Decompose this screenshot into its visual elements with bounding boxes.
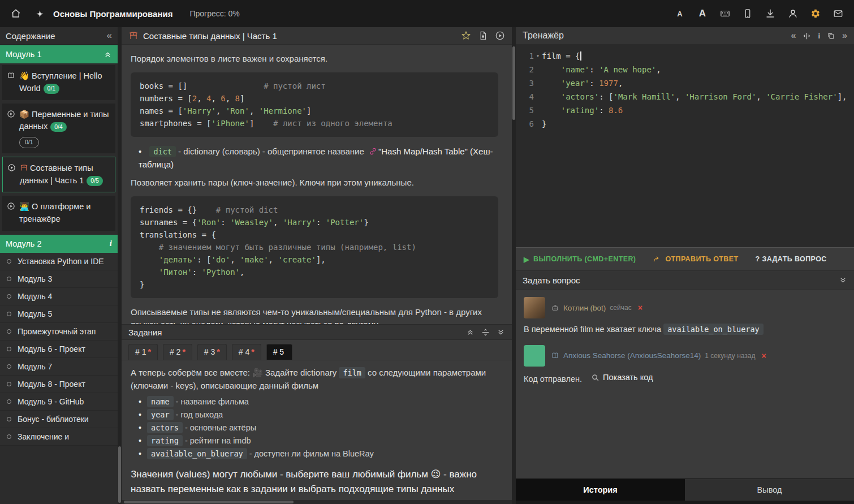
run-button[interactable]: ▶ВЫПОЛНИТЬ (CMD+ENTER) [524,255,636,264]
sidebar-item-intermediate[interactable]: Промежуточный этап [0,323,118,341]
task-tab-5[interactable]: # 5 [266,344,292,360]
task-bullet: available_on_blueray - доступен ли фильм… [139,449,503,458]
code-block-dicts: friends = {} # пустой dictsurnames = {'R… [131,196,498,298]
home-icon[interactable] [10,8,21,19]
sidebar-item-conclusion[interactable]: Заключение и [0,428,118,446]
code-editor[interactable]: 1▾film = {2 'name': 'A new hope',3 'year… [516,45,854,247]
task-tab-4[interactable]: # 4* [232,344,261,360]
download-icon[interactable] [765,8,776,19]
lesson-label: Составные типы данных | Часть 10/5 [20,162,110,187]
progress-label: Прогресс: 0% [189,9,239,18]
task-tab-1[interactable]: # 1* [128,344,158,360]
book-icon [7,71,15,80]
trainer-header-icons: « i » [791,31,847,41]
sidebar-lesson-platform[interactable]: 👨‍💻 О платформе и тренажёре [2,196,115,231]
split-vertical-icon[interactable] [481,328,490,337]
sidebar-lesson-variables[interactable]: 📦 Переменные и типы данных0/4 0/1 [2,104,115,153]
delete-message-icon[interactable]: × [638,303,642,312]
chat-message-bot: Котлин (bot) сейчас × В переменной film … [524,297,846,336]
course-title: Основы Программирования [53,9,172,19]
task-tab-2[interactable]: # 2* [163,344,192,360]
lesson-title-row: Составные типы данных | Часть 1 [128,31,277,41]
submit-answer-button[interactable]: ОТПРАВИТЬ ОТВЕТ [653,255,738,264]
sidebar-item-module-6[interactable]: Модуль 6 - Проект [0,341,118,358]
sidebar-item-module-8[interactable]: Модуль 8 - Проект [0,376,118,393]
keyboard-icon[interactable] [719,8,731,19]
tasks-title: Задания [128,328,162,337]
message-body: Код отправлен.Показать код [524,372,846,386]
sidebar-item-module-7[interactable]: Модуль 7 [0,358,118,376]
circle-icon [6,398,12,405]
task-body: А теперь соберём все вместе: 🎥 Задайте d… [122,360,512,500]
task-outro: Значения (values) могут любыми - выберит… [131,467,503,497]
settings-icon[interactable] [810,8,821,19]
sidebar-module-2[interactable]: Модуль 2 i [0,235,118,253]
task-tab-3[interactable]: # 3* [197,344,227,360]
submit-arrow-icon [653,255,661,264]
collapse-left-icon[interactable]: « [791,31,796,41]
collapse-right-icon[interactable]: » [842,31,847,41]
dict-chip: dict [149,146,176,157]
info-icon[interactable]: i [818,32,820,40]
task-bullet: rating - рейтинг на imdb [139,436,503,445]
font-decrease-icon[interactable]: A [674,8,685,19]
play-video-icon[interactable] [495,31,505,41]
book-icon [551,351,559,360]
sidebar-lesson-intro[interactable]: 👋 Вступление | Hello World0/1 [2,65,115,100]
link-icon [369,147,377,156]
lesson-badge: 0/4 [50,122,67,132]
split-horizontal-icon[interactable] [803,32,811,40]
favorite-star-icon[interactable] [461,31,471,41]
message-body: В переменной film не хватает ключа avail… [524,324,846,336]
user-icon[interactable] [787,8,799,19]
horizontal-scrollbar[interactable] [122,500,512,504]
sidebar-item-module-5[interactable]: Модуль 5 [0,305,118,323]
task-bullet: actors - основные актёры [139,423,503,432]
lesson-scrollbar[interactable] [512,27,516,504]
play-circle-icon [7,110,15,118]
module-1-label: Модуль 1 [6,50,42,59]
code-block-lists: books = [] # пустой листnumbers = [2, 4,… [131,72,498,137]
circle-icon [6,311,12,317]
chat-history: Котлин (bot) сейчас × В переменной film … [516,290,854,479]
sidebar-item-module-4[interactable]: Модуль 4 [0,288,118,305]
ask-question-button[interactable]: ? ЗАДАТЬ ВОПРОС [756,255,827,263]
chat-message-user: Anxious Seahorse (AnxiousSeahorse14) 1 с… [524,345,846,386]
collapse-up-icon[interactable] [466,328,475,337]
circle-icon [6,416,12,423]
bot-avatar [524,297,545,318]
sidebar: Содержание « Модуль 1 👋 Вступление | Hel… [0,27,118,504]
sidebar-module-1[interactable]: Модуль 1 [0,45,118,63]
trainer-bottom-tabs: История Вывод [516,479,854,501]
sidebar-lesson-composite-types[interactable]: Составные типы данных | Часть 10/5 [2,157,115,193]
lesson-label: 👨‍💻 О платформе и тренажёре [19,201,111,226]
sidebar-item-bonus[interactable]: Бонус - библиотеки [0,411,118,428]
tab-output[interactable]: Вывод [685,479,854,501]
tasks-header-icons [466,328,505,337]
author-name: Котлин (bot) [563,304,606,312]
play-icon: ▶ [524,255,529,264]
sidebar-item-module-9[interactable]: Модуль 9 - GitHub [0,393,118,411]
bottom-strip [516,501,854,504]
collapse-down-icon[interactable] [497,328,505,337]
show-code-link[interactable]: Показать код [591,372,653,384]
mobile-icon[interactable] [742,8,753,19]
collapse-down-icon[interactable] [839,276,847,285]
info-icon[interactable]: i [110,239,112,248]
sidebar-scrollbar[interactable] [118,27,122,504]
sidebar-item-python-ide[interactable]: Установка Python и IDE [0,253,118,270]
sidebar-collapse-icon[interactable]: « [107,30,112,41]
message-time: 1 секунду назад [705,352,755,360]
tab-history[interactable]: История [516,479,685,501]
mail-icon[interactable] [833,8,844,19]
font-increase-icon[interactable]: A [697,8,708,19]
delete-message-icon[interactable]: × [762,351,766,360]
lesson-header-icons [461,31,505,41]
task-intro: А теперь соберём все вместе: 🎥 Задайте d… [131,366,503,393]
document-icon[interactable] [478,31,488,41]
circle-icon [6,258,12,265]
copy-icon[interactable] [827,32,835,40]
topbar-left: Основы Программирования Прогресс: 0% [10,8,240,19]
sidebar-item-module-3[interactable]: Модуль 3 [0,270,118,288]
chevron-double-up-icon[interactable] [103,50,112,59]
